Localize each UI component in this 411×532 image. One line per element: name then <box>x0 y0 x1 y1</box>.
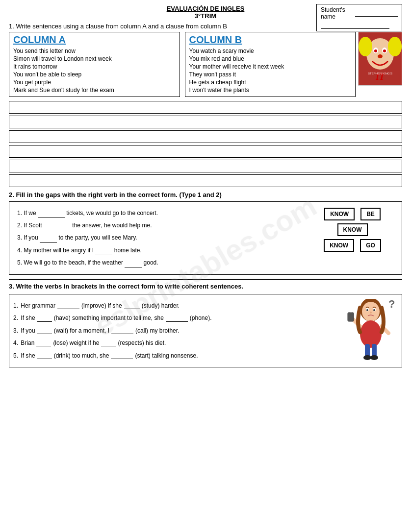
word-box-know-center: KNOW <box>337 223 368 236</box>
q1-answer-lines <box>9 101 402 187</box>
q3-num-3: 3. <box>13 326 18 336</box>
q2-num-3: 3. <box>17 234 22 241</box>
svg-point-2 <box>359 37 372 56</box>
word-box-know-2: KNOW <box>324 239 354 252</box>
col-b-item-3: Your mother will receive it next week <box>189 63 352 70</box>
girl-illustration: ? <box>344 298 398 362</box>
answer-line-5[interactable] <box>9 160 402 172</box>
col-a-item-6: Mark and Sue don't study for the exam <box>13 87 176 94</box>
q3-item-3: 3. If you (wait) for a moment, I (call) … <box>13 326 339 336</box>
question-2: 2. Fill in the gaps with the right verb … <box>9 191 402 275</box>
q3-content-box: 1. Her grammar (improve) if she (study) … <box>9 294 402 367</box>
col-b-item-4: They won't pass it <box>189 71 352 78</box>
q2-item-3: 3. If you to the party, you will see Mar… <box>17 233 301 242</box>
student-name-label: Student's name <box>321 6 353 20</box>
word-box-go: GO <box>360 239 381 252</box>
col-a-item-5: You get purple <box>13 79 176 86</box>
q3-item-5: 5. If she (drink) too much, she (start) … <box>13 351 339 361</box>
q2-blank-2[interactable] <box>44 223 71 230</box>
answer-line-1[interactable] <box>9 101 402 114</box>
word-box-know-1: KNOW <box>324 208 355 220</box>
q2-row2-boxes: KNOW GO <box>324 239 381 252</box>
answer-line-6[interactable] <box>9 174 402 187</box>
q3-blank-1a[interactable] <box>57 302 79 309</box>
col-a-item-3: It rains tomorrow <box>13 63 176 70</box>
q2-row1-boxes: KNOW BE <box>324 208 381 220</box>
q3-item-1: 1. Her grammar (improve) if she (study) … <box>13 301 339 311</box>
svg-text:STEPHEN KING'S: STEPHEN KING'S <box>368 72 392 75</box>
svg-point-6 <box>374 49 377 52</box>
answer-line-2[interactable] <box>9 116 402 128</box>
q3-blank-2a[interactable] <box>37 315 52 322</box>
column-a-header: COLUMN A <box>13 34 176 46</box>
svg-text:?: ? <box>388 299 395 310</box>
q3-item-2: 2. If she (have) something important to … <box>13 313 339 323</box>
svg-rect-22 <box>348 313 354 321</box>
q3-blank-5b[interactable] <box>111 352 133 359</box>
svg-point-16 <box>366 309 368 311</box>
q2-blank-3[interactable] <box>40 236 57 243</box>
q2-item-1: 1. If we tickets, we would go to the con… <box>17 209 301 218</box>
col-b-item-5: He gets a cheap flight <box>189 79 352 86</box>
q2-center-box: KNOW <box>337 223 368 236</box>
q2-num-4: 4. <box>17 247 22 254</box>
svg-point-20 <box>360 320 382 348</box>
it-image: IT STEPHEN KING'S <box>358 32 402 86</box>
svg-point-27 <box>363 355 371 360</box>
q2-content-box: 1. If we tickets, we would go to the con… <box>9 201 402 275</box>
svg-point-28 <box>370 355 378 360</box>
q3-questions: 1. Her grammar (improve) if she (study) … <box>13 298 339 363</box>
answer-line-4[interactable] <box>9 145 402 158</box>
svg-point-7 <box>383 49 386 52</box>
q3-blank-4b[interactable] <box>101 339 116 346</box>
q3-blank-3b[interactable] <box>111 327 133 334</box>
col-a-item-1: You send this letter now <box>13 48 176 54</box>
q2-questions: 1. If we tickets, we would go to the con… <box>13 206 301 270</box>
question-3: 3. Write the verbs in brackets in the co… <box>9 279 402 367</box>
q3-blank-2b[interactable] <box>166 315 188 322</box>
q2-num-5: 5. <box>17 259 22 266</box>
column-b-header: COLUMN B <box>189 34 352 46</box>
word-box-be: BE <box>360 208 381 220</box>
student-name-field2 <box>321 22 389 29</box>
col-b-item-1: You watch a scary movie <box>189 48 352 54</box>
question-1: 1. Write sentences using a clause from c… <box>9 23 402 187</box>
q3-num-1: 1. <box>13 301 18 311</box>
col-a-item-2: Simon will travel to London next week <box>13 55 176 62</box>
q2-num-1: 1. <box>17 210 22 217</box>
svg-point-18 <box>370 312 372 314</box>
svg-point-3 <box>388 37 402 56</box>
student-box: Student's name <box>316 4 402 31</box>
q2-label: 2. Fill in the gaps with the right verb … <box>9 191 402 198</box>
q2-word-boxes: KNOW BE KNOW KNOW GO <box>307 206 398 270</box>
q2-blank-4[interactable] <box>95 248 112 255</box>
q3-label: 3. Write the verbs in brackets in the co… <box>9 283 402 290</box>
col-b-item-6: I won't water the plants <box>189 87 352 94</box>
q3-blank-1b[interactable] <box>124 302 140 309</box>
col-a-item-4: You won't be able to sleep <box>13 71 176 78</box>
svg-point-8 <box>378 54 383 58</box>
q3-num-4: 4. <box>13 338 18 348</box>
q2-item-5: 5. We will go to the beach, if the weath… <box>17 258 301 267</box>
q3-num-2: 2. <box>13 313 18 323</box>
q3-num-5: 5. <box>13 351 18 361</box>
column-b: COLUMN B You watch a scary movie You mix… <box>185 32 356 97</box>
q2-blank-5[interactable] <box>125 261 142 267</box>
it-image-inner: IT STEPHEN KING'S <box>359 32 402 86</box>
q3-item-4: 4. Brian (lose) weight if he (respects) … <box>13 338 339 348</box>
column-a: COLUMN A You send this letter now Simon … <box>9 32 180 97</box>
q3-blank-3a[interactable] <box>37 327 52 334</box>
columns-area: COLUMN A You send this letter now Simon … <box>9 32 402 97</box>
q2-blank-1[interactable] <box>38 211 65 218</box>
q2-item-4: 4. My mother will be angry if I home lat… <box>17 246 301 255</box>
col-b-item-2: You mix red and blue <box>189 55 352 62</box>
answer-line-3[interactable] <box>9 130 402 143</box>
student-name-field <box>355 10 398 17</box>
q2-num-2: 2. <box>17 222 22 229</box>
q3-blank-4a[interactable] <box>36 339 51 346</box>
q2-item-2: 2. If Scott the answer, he would help me… <box>17 221 301 230</box>
svg-point-17 <box>373 309 375 311</box>
q3-blank-5a[interactable] <box>37 352 52 359</box>
